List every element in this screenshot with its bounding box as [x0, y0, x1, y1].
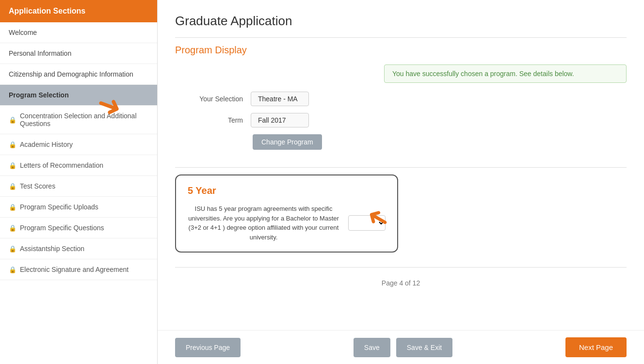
- lock-icon: 🔒: [9, 224, 16, 232]
- page-indicator: Page 4 of 12: [175, 274, 627, 290]
- sidebar-item-label: Program Specific Questions: [20, 224, 104, 232]
- main-content: Graduate Application Program Display You…: [158, 0, 644, 330]
- selection-label: Your Selection: [175, 95, 243, 103]
- five-year-description: ISU has 5 year program agreements with s…: [188, 204, 339, 242]
- sidebar-item-label: Assistantship Section: [20, 245, 84, 253]
- section-title: Program Display: [175, 45, 627, 56]
- sidebar-item-academic-history[interactable]: 🔒Academic History: [0, 134, 157, 155]
- next-page-button[interactable]: Next Page: [565, 337, 627, 357]
- lock-icon: 🔒: [9, 141, 16, 148]
- lock-icon: 🔒: [9, 183, 16, 190]
- five-year-title: 5 Year: [188, 185, 386, 196]
- lock-icon: 🔒: [9, 162, 16, 169]
- lock-icon: 🔒: [9, 245, 16, 253]
- change-program-button[interactable]: Change Program: [253, 134, 322, 150]
- page-title: Graduate Application: [175, 14, 627, 29]
- sidebar-item-label: Test Scores: [20, 182, 55, 190]
- sidebar-item-label: Personal Information: [9, 49, 71, 57]
- sidebar-item-label: Program Specific Uploads: [20, 203, 98, 211]
- save-button[interactable]: Save: [354, 338, 390, 357]
- sidebar-item-concentration[interactable]: 🔒Concentration Selection and Additional …: [0, 106, 157, 134]
- lock-icon: 🔒: [9, 116, 16, 124]
- five-year-card: 5 Year ISU has 5 year program agreements…: [175, 174, 398, 253]
- sidebar-header: Application Sections: [0, 0, 157, 22]
- sidebar-item-label: Citizenship and Demographic Information: [9, 70, 133, 78]
- sidebar-item-label: Electronic Signature and Agreement: [20, 266, 129, 273]
- term-value: Fall 2017: [251, 113, 309, 127]
- footer: Previous Page Save Save & Exit Next Page: [158, 330, 644, 364]
- sidebar-item-label: Letters of Recommendation: [20, 161, 103, 169]
- term-label: Term: [175, 116, 243, 124]
- sidebar-item-assistantship[interactable]: 🔒Assistantship Section: [0, 238, 157, 259]
- sidebar-item-program-uploads[interactable]: 🔒Program Specific Uploads: [0, 197, 157, 218]
- footer-center-buttons: Save Save & Exit: [354, 338, 452, 357]
- sidebar-item-citizenship[interactable]: Citizenship and Demographic Information: [0, 64, 157, 85]
- main-area: Graduate Application Program Display You…: [158, 0, 644, 364]
- sidebar-item-personal-information[interactable]: Personal Information: [0, 43, 157, 64]
- selection-value: Theatre - MA: [251, 92, 309, 106]
- lock-icon: 🔒: [9, 204, 16, 211]
- lock-icon: 🔒: [9, 266, 16, 273]
- selection-row: Your Selection Theatre - MA: [175, 92, 627, 106]
- sidebar-item-label: Academic History: [20, 141, 73, 148]
- sidebar-item-label: Concentration Selection and Additional Q…: [20, 112, 148, 127]
- sidebar: Application Sections WelcomePersonal Inf…: [0, 0, 158, 364]
- sidebar-item-letters[interactable]: 🔒Letters of Recommendation: [0, 155, 157, 176]
- term-row: Term Fall 2017: [175, 113, 627, 127]
- save-exit-button[interactable]: Save & Exit: [396, 338, 452, 357]
- sidebar-item-electronic-signature[interactable]: 🔒Electronic Signature and Agreement: [0, 259, 157, 280]
- sidebar-item-welcome[interactable]: Welcome: [0, 22, 157, 43]
- sidebar-item-program-questions[interactable]: 🔒Program Specific Questions: [0, 218, 157, 238]
- sidebar-item-label: Program Selection: [9, 91, 69, 99]
- sidebar-item-label: Welcome: [9, 29, 37, 36]
- sidebar-item-program-selection[interactable]: Program Selection: [0, 85, 157, 106]
- five-year-select[interactable]: Yes No: [348, 215, 386, 231]
- five-year-content: ISU has 5 year program agreements with s…: [188, 204, 386, 242]
- previous-page-button[interactable]: Previous Page: [175, 338, 241, 357]
- success-message: You have successfully chosen a program. …: [384, 64, 627, 83]
- sidebar-item-test-scores[interactable]: 🔒Test Scores: [0, 176, 157, 197]
